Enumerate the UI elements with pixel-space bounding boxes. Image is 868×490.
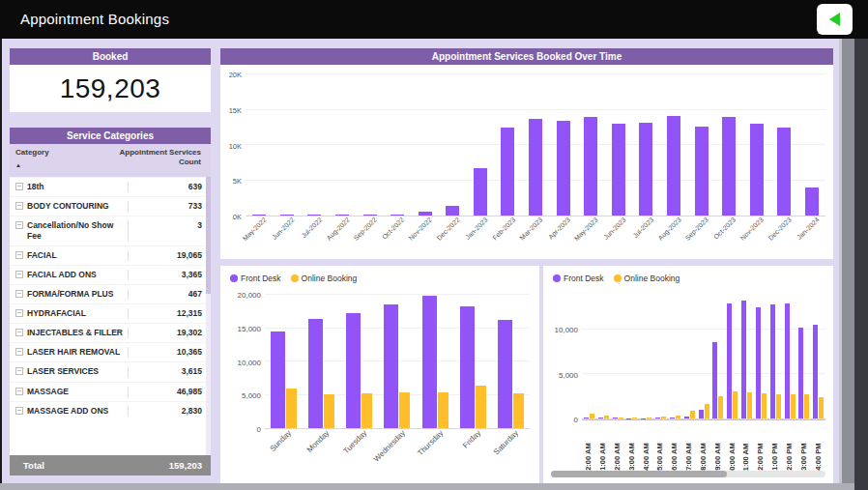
column-header-category[interactable]: Category ▲ [15,148,118,174]
x-axis-label: Jul-2022 [300,216,323,239]
bar-online-booking[interactable] [590,414,594,418]
bar-Nov-2022[interactable] [419,212,432,216]
bar-front-desk[interactable] [308,319,323,428]
bar-Oct-2022[interactable] [391,215,404,216]
legend-online-booking[interactable]: Online Booking [614,274,680,283]
bar-online-booking[interactable] [476,386,486,428]
bar-front-desk[interactable] [670,418,675,418]
bar-group [611,294,625,418]
bar-online-booking[interactable] [791,394,796,418]
bar-Apr-2023[interactable] [557,121,570,216]
service-categories-title: Service Categories [10,128,211,144]
bar-front-desk[interactable] [727,303,732,418]
bar-Jan-2023[interactable] [474,168,487,216]
bar-front-desk[interactable] [655,418,660,418]
table-scrollbar-track[interactable] [206,177,211,455]
bar-Sep-2022[interactable] [363,215,377,216]
bar-online-booking[interactable] [513,393,524,428]
bar-front-desk[interactable] [598,418,603,418]
bar-front-desk[interactable] [422,296,437,428]
bar-online-booking[interactable] [286,389,297,428]
bar-Aug-2023[interactable] [667,116,680,216]
table-row[interactable]: BODY CONTOURING733 [10,196,211,216]
bar-online-booking[interactable] [438,392,448,428]
bar-front-desk[interactable] [498,320,512,428]
bar-front-desk[interactable] [384,304,398,428]
table-row[interactable]: FACIAL ADD ONS3,365 [10,265,211,284]
bar-Feb-2023[interactable] [501,128,514,216]
bar-Jul-2023[interactable] [639,123,652,216]
category-label: BODY CONTOURING [27,201,128,212]
bar-online-booking[interactable] [676,416,680,419]
bar-Nov-2023[interactable] [750,124,764,216]
table-row[interactable]: LASER SERVICES3,615 [10,361,211,381]
bar-Jan-2024[interactable] [805,187,819,216]
bar-May-2022[interactable] [252,215,266,216]
table-row[interactable]: INJECTABLES & FILLER19,302 [10,323,211,342]
table-row[interactable]: HYDRAFACIAL12,315 [10,303,211,323]
bar-front-desk[interactable] [613,418,618,418]
bar-Aug-2022[interactable] [335,215,349,216]
bar-front-desk[interactable] [756,307,761,418]
legend-front-desk[interactable]: Front Desk [230,274,281,283]
table-row[interactable]: Cancellation/No Show Fee3 [10,216,211,245]
bar-Dec-2022[interactable] [446,206,459,216]
bar-Jul-2022[interactable] [307,215,321,216]
bar-Jun-2022[interactable] [280,215,294,216]
bar-online-booking[interactable] [705,404,709,418]
bar-front-desk[interactable] [798,328,803,418]
table-row[interactable]: FACIAL19,065 [10,245,211,265]
horizontal-scrollbar-track[interactable] [551,471,825,477]
table-scrollbar-thumb[interactable] [206,177,211,294]
bar-front-desk[interactable] [346,313,361,428]
bar-front-desk[interactable] [770,304,775,418]
bar-front-desk[interactable] [584,418,589,418]
bar-front-desk[interactable] [712,342,717,418]
bar-online-booking[interactable] [619,418,623,418]
table-row[interactable]: MASSAGE46,985 [10,382,211,401]
bar-online-booking[interactable] [632,418,637,418]
bar-online-booking[interactable] [733,391,738,418]
bar-online-booking[interactable] [718,396,723,418]
bar-Sep-2023[interactable] [695,127,709,216]
category-label: 18th [27,182,128,192]
bar-May-2023[interactable] [584,117,597,216]
bar-front-desk[interactable] [460,306,475,428]
bar-Dec-2023[interactable] [777,128,791,216]
bar-online-booking[interactable] [690,411,695,418]
table-row[interactable]: LASER HAIR REMOVAL10,365 [10,342,211,361]
bar-front-desk[interactable] [741,301,746,418]
bar-Oct-2023[interactable] [722,117,736,216]
back-button[interactable] [817,4,853,35]
bar-online-booking[interactable] [762,393,767,418]
bar-front-desk[interactable] [271,331,285,428]
bar-Mar-2023[interactable] [529,119,542,216]
bar-front-desk[interactable] [684,417,689,418]
bar-online-booking[interactable] [647,418,651,418]
bar-Jun-2023[interactable] [612,124,625,216]
bar-online-booking[interactable] [804,394,809,418]
horizontal-scrollbar-thumb[interactable] [551,471,727,477]
bar-online-booking[interactable] [819,397,824,418]
table-row[interactable]: 18th639 [10,177,211,196]
legend-online-booking[interactable]: Online Booking [291,274,358,283]
bar-front-desk[interactable] [785,303,790,418]
x-axis-label: Feb-2023 [491,216,516,241]
bar-front-desk[interactable] [813,325,818,418]
bar-online-booking[interactable] [604,416,609,418]
vertical-scrollbar[interactable] [839,39,854,490]
legend-front-desk[interactable]: Front Desk [553,274,604,283]
bar-online-booking[interactable] [362,393,372,428]
bar-online-booking[interactable] [399,392,410,428]
bar-online-booking[interactable] [747,392,752,418]
column-header-count[interactable]: Appointment Services Count [118,148,207,174]
x-axis-cell: Mar-2023 [522,216,550,257]
bar-online-booking[interactable] [776,394,781,418]
legend-online-booking-label: Online Booking [624,274,680,283]
bar-online-booking[interactable] [661,417,666,418]
table-row[interactable]: FORMA/FORMA PLUS467 [10,284,211,303]
window-bottom-edge [0,483,854,490]
table-row[interactable]: MASSAGE ADD ONS2,830 [10,401,211,420]
bar-online-booking[interactable] [324,394,334,428]
bar-front-desk[interactable] [699,410,704,418]
